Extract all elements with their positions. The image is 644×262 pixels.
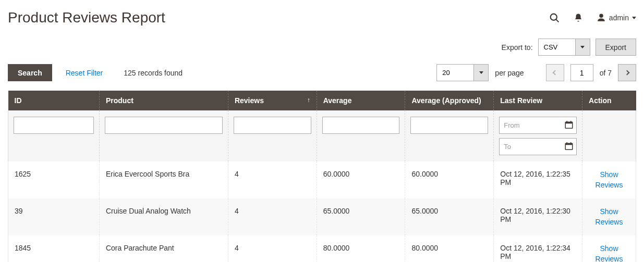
cell-reviews: 4: [228, 235, 317, 262]
col-header-last-review[interactable]: Last Review: [494, 91, 582, 110]
reviews-table: ID Product Reviews↑ Average Average (App…: [8, 91, 636, 262]
cell-id: 1625: [8, 161, 100, 198]
export-label: Export to:: [502, 43, 533, 52]
show-reviews-link[interactable]: ShowReviews: [589, 170, 629, 190]
table-row[interactable]: 39Cruise Dual Analog Watch465.000065.000…: [8, 198, 636, 235]
export-button[interactable]: Export: [596, 39, 636, 56]
col-header-product[interactable]: Product: [99, 91, 228, 110]
col-header-reviews[interactable]: Reviews↑: [228, 91, 317, 110]
cell-average-approved: 80.0000: [405, 235, 494, 262]
col-header-id[interactable]: ID: [8, 91, 100, 110]
col-header-average[interactable]: Average: [317, 91, 405, 110]
table-row[interactable]: 1845Cora Parachute Pant480.000080.0000Oc…: [8, 235, 636, 262]
svg-rect-7: [565, 143, 573, 145]
filter-average-input[interactable]: [322, 117, 400, 134]
calendar-icon[interactable]: [564, 141, 574, 152]
per-page-label: per page: [495, 69, 524, 77]
cell-product: Cruise Dual Analog Watch: [99, 198, 228, 235]
page-title: Product Reviews Report: [8, 9, 165, 26]
cell-average-approved: 65.0000: [405, 198, 494, 235]
reset-filter-link[interactable]: Reset Filter: [66, 69, 103, 77]
page-number-input[interactable]: [570, 64, 593, 81]
cell-average: 80.0000: [317, 235, 405, 262]
svg-line-1: [556, 19, 558, 22]
cell-reviews: 4: [228, 161, 317, 198]
chevron-left-icon: [552, 70, 557, 76]
col-header-average-approved[interactable]: Average (Approved): [405, 91, 494, 110]
filter-average-approved-input[interactable]: [410, 117, 488, 134]
sort-asc-icon: ↑: [307, 96, 310, 104]
export-format-select[interactable]: CSV: [538, 39, 590, 56]
col-header-action: Action: [582, 91, 636, 110]
cell-average-approved: 60.0000: [405, 161, 494, 198]
cell-average: 60.0000: [317, 161, 405, 198]
admin-user-label: admin: [609, 14, 629, 22]
show-reviews-link[interactable]: ShowReviews: [589, 244, 629, 262]
table-row[interactable]: 1625Erica Evercool Sports Bra460.000060.…: [8, 161, 636, 198]
cell-average: 65.0000: [317, 198, 405, 235]
cell-product: Cora Parachute Pant: [99, 235, 228, 262]
cell-last-review: Oct 12, 2016, 1:22:30 PM: [494, 198, 582, 235]
prev-page-button[interactable]: [546, 64, 564, 81]
cell-id: 39: [8, 198, 100, 235]
cell-last-review: Oct 12, 2016, 1:22:34 PM: [494, 235, 582, 262]
cell-reviews: 4: [228, 198, 317, 235]
cell-product: Erica Evercool Sports Bra: [99, 161, 228, 198]
admin-user-menu[interactable]: admin: [597, 13, 636, 22]
filter-product-input[interactable]: [105, 117, 223, 134]
search-button[interactable]: Search: [8, 64, 52, 81]
svg-point-0: [550, 14, 556, 20]
next-page-button[interactable]: [618, 64, 636, 81]
cell-id: 1845: [8, 235, 100, 262]
bell-icon[interactable]: [574, 13, 583, 23]
filter-id-input[interactable]: [14, 117, 94, 134]
page-total-label: of 7: [600, 69, 612, 77]
filter-reviews-input[interactable]: [234, 117, 311, 134]
user-icon: [597, 13, 606, 22]
chevron-down-icon: [632, 17, 636, 19]
calendar-icon[interactable]: [564, 120, 574, 131]
svg-rect-3: [565, 122, 573, 123]
per-page-select[interactable]: 20: [436, 64, 489, 81]
records-count: 125 records found: [124, 69, 183, 77]
cell-last-review: Oct 12, 2016, 1:22:35 PM: [494, 161, 582, 198]
show-reviews-link[interactable]: ShowReviews: [589, 207, 629, 227]
search-icon[interactable]: [549, 13, 560, 23]
chevron-right-icon: [625, 70, 630, 76]
